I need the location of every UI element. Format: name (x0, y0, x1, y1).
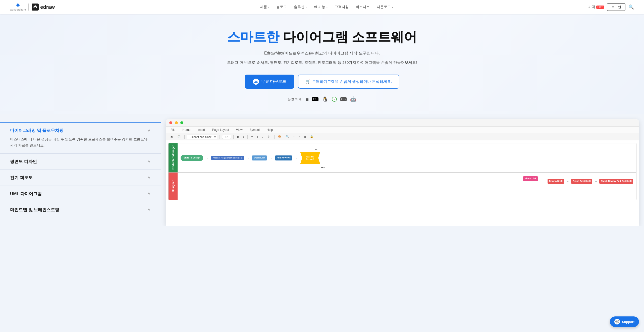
arrow-4: → (295, 156, 298, 160)
ai-button[interactable]: 🛒 구매하기그램을 손쉽게 생성하거나 분석하세요. (298, 75, 399, 89)
arrow-2: → (246, 156, 249, 160)
diagram-area: File Home Insert Page Layout View Symbol… (161, 114, 644, 226)
hero-title-rest: 다이어그램 소프트웨어 (279, 30, 417, 44)
nav-item-support[interactable]: 고객지원 (332, 3, 352, 11)
feature-item-mindmap[interactable]: 마인드맵 및 브레인스토밍 ∨ (0, 202, 161, 218)
toolbar-undo[interactable]: ↶ (292, 135, 296, 139)
toolbar-rect[interactable]: ▭ (250, 135, 254, 139)
edraw-name: edraw (40, 4, 55, 10)
toolbar-font-select[interactable]: Elegant soft black (187, 135, 217, 139)
download-button[interactable]: OS 무료 다운로드 (245, 75, 294, 89)
feature-header-uml[interactable]: UML 다이어그램 ∨ (10, 191, 151, 197)
arrow-5: → (566, 180, 569, 183)
swimlane-producer: Producter Manager Start To Design → Prod… (169, 143, 636, 172)
feature-header-diagramming[interactable]: 다이어그래밍 및 플로우차팅 ∧ (10, 128, 151, 133)
node-open-link: Open Link (252, 155, 267, 160)
swimlane-label-producer: Producter Manager (169, 143, 178, 172)
hero-title-accent: 스마트한 (227, 30, 279, 44)
toolbar-fill[interactable]: 🎨 (277, 135, 283, 139)
wondershare-icon: ✦ (16, 3, 20, 8)
cart-icon: 🛒 (305, 79, 310, 84)
os-label: 운영 체제: (288, 97, 302, 101)
nav-item-business[interactable]: 비즈니스 (353, 3, 373, 11)
edraw-logo-icon (32, 4, 39, 11)
hero-desc: 드래그 한 번으로 순서도, 평면도, 전기회로도, 조직도, 인포그래픽 등 … (5, 59, 639, 66)
menu-pagelayout[interactable]: Page Layout (211, 128, 230, 132)
price-nav-item[interactable]: 가격 HOT (588, 5, 604, 9)
menu-view[interactable]: View (235, 128, 244, 132)
toolbar-zoom-in[interactable]: 🔍 (284, 135, 290, 139)
node-pass-review: Pass The Review ? (300, 152, 320, 164)
chevron-down-icon: ∨ (147, 175, 151, 180)
swimlane-designer: Designer Share Link Draw A Draft (169, 172, 636, 200)
toolbar-cut[interactable]: ✂ (169, 135, 175, 139)
toolbar-copy[interactable]: 📋 (176, 135, 182, 139)
nav-item-download[interactable]: 다운로드 ▾ (374, 3, 396, 11)
navbar-actions: 가격 HOT 로그인 🔍 (588, 3, 634, 11)
toolbar-text[interactable]: T (255, 135, 260, 139)
toolbar-bold[interactable]: B (236, 135, 240, 139)
swimlane-content-producer: Start To Design → Product Requirment Doc… (178, 143, 636, 172)
toolbar-font-size[interactable] (222, 135, 231, 139)
toolbar-redo[interactable]: ↷ (297, 135, 301, 139)
android-icon: 🤖 (350, 96, 356, 102)
logo[interactable]: ✦ wondershare edraw (10, 3, 55, 11)
chevron-down-icon: ▾ (392, 6, 393, 9)
diagram-window: File Home Insert Page Layout View Symbol… (166, 119, 639, 226)
chromeos-icon: ⊙ (332, 97, 337, 102)
os-icons-row: 운영 체제: ⊞ OS 🐧 ⊙ OS 🤖 (5, 96, 639, 102)
feature-item-diagramming[interactable]: 다이어그래밍 및 플로우차팅 ∧ 비즈니스에 더 나은 결정을 내릴 수 있도록… (0, 122, 161, 154)
chevron-down-icon: ∨ (147, 191, 151, 196)
chevron-down-icon: ∨ (147, 207, 151, 212)
navbar: ✦ wondershare edraw 제품 ▾ 블로그 솔루션 ▾ AI 기능 (0, 0, 644, 14)
window-minimize-dot (175, 121, 178, 124)
feature-title-uml: UML 다이어그램 (10, 191, 42, 197)
label-yes: YES (321, 167, 325, 169)
macos-icon: OS (312, 97, 318, 101)
menu-file[interactable]: File (169, 128, 177, 132)
feature-header-mindmap[interactable]: 마인드맵 및 브레인스토밍 ∨ (10, 207, 151, 213)
hot-badge: HOT (596, 6, 604, 9)
toolbar-divider-2 (220, 135, 220, 139)
nav-item-solutions[interactable]: 솔루션 ▾ (291, 3, 310, 11)
label-no: NO (315, 148, 318, 150)
diagram-menubar: File Home Insert Page Layout View Symbol… (166, 127, 639, 133)
nav-item-ai[interactable]: AI 기능 ▾ (311, 3, 330, 11)
chevron-down-icon: ▾ (268, 6, 269, 9)
node-add-reviews: Add Reviews (275, 155, 292, 160)
nav-item-blog[interactable]: 블로그 (273, 3, 290, 11)
windows-icon: ⊞ (306, 96, 308, 102)
main-content: 다이어그래밍 및 플로우차팅 ∧ 비즈니스에 더 나은 결정을 내릴 수 있도록… (0, 114, 644, 226)
designer-bottom-row: Draw A Draft → Finish First Draft → Chec… (548, 179, 633, 184)
feature-header-floorplan[interactable]: 평면도 디자인 ∨ (10, 159, 151, 164)
swimlane-label-designer: Designer (169, 173, 178, 200)
swimlane-container: Producter Manager Start To Design → Prod… (168, 143, 636, 200)
toolbar-lock[interactable]: 🔒 (309, 135, 315, 139)
feature-title-diagramming: 다이어그래밍 및 플로우차팅 (10, 128, 64, 133)
search-icon[interactable]: 🔍 (628, 4, 634, 10)
menu-insert[interactable]: Insert (196, 128, 206, 132)
feature-item-circuit[interactable]: 전기 회도도 ∨ (0, 170, 161, 186)
feature-item-floorplan[interactable]: 평면도 디자인 ∨ (0, 154, 161, 170)
hero-title: 스마트한 다이어그램 소프트웨어 (5, 29, 639, 45)
node-product-req: Product Requirment Document (211, 156, 244, 160)
login-button[interactable]: 로그인 (607, 3, 625, 11)
toolbar-line[interactable]: ⌐ (261, 135, 265, 139)
toolbar-align[interactable]: ≡ (303, 135, 307, 139)
feature-title-floorplan: 평면도 디자인 (10, 159, 37, 164)
menu-home[interactable]: Home (181, 128, 192, 132)
main-nav: 제품 ▾ 블로그 솔루션 ▾ AI 기능 ▾ 고객지원 비즈니스 다운로드 ▾ (65, 3, 588, 11)
diagram-toolbar: ✂ 📋 Elegant soft black B I ▭ T ⌐ ▷ 🎨 🔍 (166, 133, 639, 140)
toolbar-arrow[interactable]: ▷ (267, 134, 272, 139)
flowchart-area: Producter Manager Start To Design → Prod… (166, 140, 639, 226)
feature-header-circuit[interactable]: 전기 회도도 ∨ (10, 175, 151, 181)
chevron-down-icon: ∨ (147, 159, 151, 164)
feature-item-uml[interactable]: UML 다이어그램 ∨ (0, 186, 161, 202)
menu-symbol[interactable]: Symbol (248, 128, 261, 132)
node-share-link: Share Link (523, 176, 538, 181)
toolbar-italic[interactable]: I (242, 135, 245, 139)
edraw-logo[interactable]: edraw (28, 4, 55, 11)
feature-sidebar: 다이어그래밍 및 플로우차팅 ∧ 비즈니스에 더 나은 결정을 내릴 수 있도록… (0, 114, 161, 226)
menu-help[interactable]: Help (265, 128, 274, 132)
nav-item-products[interactable]: 제품 ▾ (257, 3, 272, 11)
